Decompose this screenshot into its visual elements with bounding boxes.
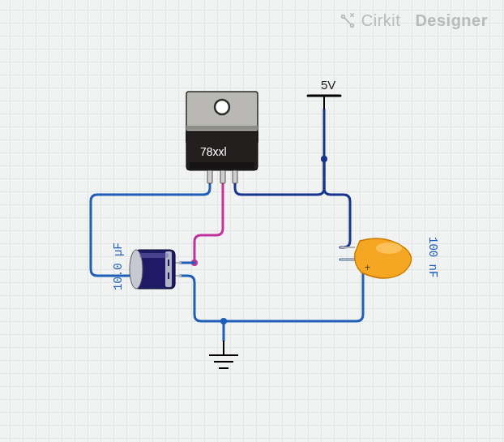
cap-tantalum-polarity: +: [365, 262, 370, 273]
svg-rect-15: [207, 170, 212, 183]
svg-point-28: [376, 242, 402, 254]
component-regulator[interactable]: 78xxl: [186, 92, 258, 183]
component-cap-electrolytic[interactable]: 10.0 µF: [112, 242, 182, 290]
svg-rect-25: [139, 253, 169, 258]
cap-tantalum-value: 100 nF: [426, 237, 439, 277]
schematic-canvas[interactable]: 5V 78xxl: [0, 0, 504, 442]
svg-point-13: [215, 100, 229, 114]
ground-symbol: [209, 341, 238, 368]
cap-electrolytic-value: 10.0 µF: [112, 242, 125, 290]
power-5v-label: 5V: [321, 78, 335, 92]
net-gnd: [180, 260, 363, 341]
power-5v: 5V: [308, 78, 340, 109]
svg-rect-14: [190, 162, 254, 169]
svg-rect-16: [220, 170, 225, 183]
svg-rect-17: [233, 170, 237, 183]
svg-rect-12: [186, 126, 258, 130]
regulator-label: 78xxl: [200, 145, 227, 158]
component-cap-tantalum[interactable]: + 100 nF: [340, 237, 439, 278]
